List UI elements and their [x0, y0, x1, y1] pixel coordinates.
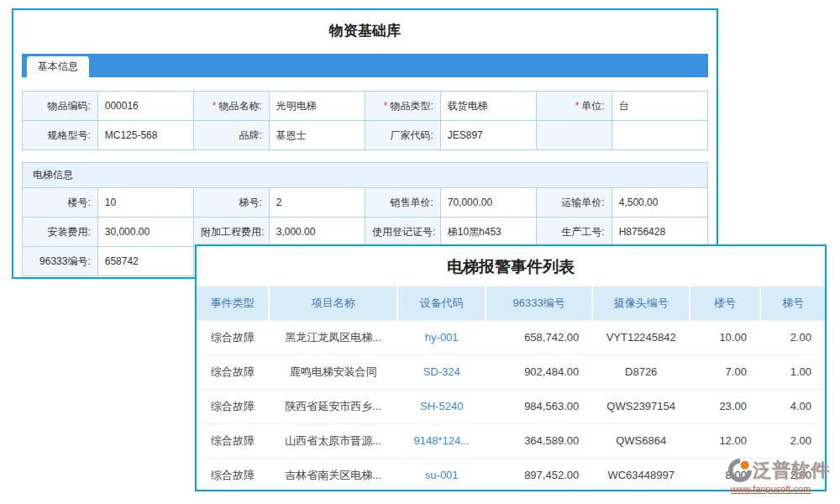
cell-project-name: 黑龙江龙凤区电梯...: [269, 320, 397, 354]
form-row: 楼号: 10 梯号: 2 销售单价: 70,000.00 运输单价: 4,500…: [23, 188, 708, 218]
cell-project-name: 山西省太原市晋源...: [269, 423, 397, 458]
field-value[interactable]: 000016: [97, 92, 193, 121]
field-label-text: 厂家代码:: [390, 129, 433, 141]
table-row[interactable]: 综合故障 黑龙江龙凤区电梯... hy-001 658,742.00 VYT12…: [197, 320, 825, 354]
field-label: 销售单价:: [365, 188, 440, 218]
table-row[interactable]: 综合故障 山西省太原市晋源... 9148*124... 364,589.00 …: [197, 423, 825, 458]
tab-bar: 基本信息: [22, 54, 708, 77]
field-label-text: 物品编码:: [47, 100, 90, 112]
device-code-link[interactable]: SD-324: [397, 354, 486, 389]
field-label: 安装费用:: [23, 218, 98, 247]
section-header-elevator-info: 电梯信息: [22, 162, 708, 187]
cell-event-type: 综合故障: [197, 354, 269, 389]
field-label: 生产工号:: [536, 218, 612, 247]
field-value[interactable]: MC125-568: [97, 121, 193, 150]
column-header-elevator-number[interactable]: 梯号: [760, 286, 825, 320]
vendor-brand-row: 泛普软件: [727, 458, 840, 483]
cell-project-name: 陕西省延安市西乡...: [269, 389, 397, 423]
device-code-link[interactable]: SH-5240: [397, 389, 486, 423]
vendor-brand-text: 泛普软件: [753, 461, 830, 480]
field-label: 厂家代码:: [365, 121, 440, 150]
field-label-text: 运输单价:: [561, 197, 604, 208]
field-value[interactable]: 658742: [97, 247, 193, 276]
field-label-text: 楼号:: [67, 197, 90, 208]
device-code-link[interactable]: hy-001: [397, 320, 486, 354]
material-base-window: 物资基础库 基本信息 物品编码: 000016 *物品名称: 光明电梯 *物品类…: [12, 8, 718, 279]
field-label-text: 品牌:: [239, 129, 261, 141]
device-code-link[interactable]: 9148*124...: [397, 423, 486, 458]
field-label: 附加工程费用:: [193, 218, 269, 247]
cell-96333-number: 897,452.00: [486, 458, 592, 491]
column-header-event-type[interactable]: 事件类型: [197, 286, 269, 320]
column-header-building-number[interactable]: 楼号: [690, 286, 760, 320]
required-marker: *: [384, 100, 388, 112]
field-value[interactable]: 光明电梯: [269, 92, 365, 121]
field-label-text: 使用登记证号:: [372, 226, 435, 238]
basic-info-form: 物品编码: 000016 *物品名称: 光明电梯 *物品类型: 载货电梯 *单位…: [22, 91, 708, 150]
field-label-text: 规格型号:: [47, 129, 90, 141]
tab-basic-info[interactable]: 基本信息: [27, 56, 89, 77]
field-label: 梯号:: [193, 188, 269, 218]
cell-event-type: 综合故障: [197, 423, 269, 458]
table-row[interactable]: 综合故障 鹿鸣电梯安装合同 SD-324 902,484.00 D8726 7.…: [197, 354, 825, 389]
field-value[interactable]: H8756428: [612, 218, 707, 247]
form-row: 安装费用: 30,000.00 附加工程费用: 3,000.00 使用登记证号:…: [23, 218, 708, 247]
field-label: [536, 121, 612, 150]
column-header-camera-number[interactable]: 摄像头编号: [592, 286, 690, 320]
field-value[interactable]: JES897: [440, 121, 536, 150]
field-label: 物品编码:: [23, 92, 98, 121]
field-value[interactable]: 3,000.00: [269, 218, 365, 247]
field-value[interactable]: 70,000.00: [440, 188, 536, 218]
field-label: 使用登记证号:: [365, 218, 440, 247]
field-label: *物品名称:: [193, 92, 269, 121]
table-row[interactable]: 综合故障 陕西省延安市西乡... SH-5240 984,563.00 QWS2…: [197, 389, 825, 423]
field-label: 规格型号:: [23, 121, 98, 150]
field-label-text: 附加工程费用:: [201, 226, 264, 238]
cell-project-name: 鹿鸣电梯安装合同: [269, 354, 397, 389]
field-value[interactable]: 基恩士: [269, 121, 365, 150]
field-label: 96333编号:: [23, 247, 98, 276]
field-label: 运输单价:: [536, 188, 612, 218]
field-value[interactable]: 10: [97, 188, 193, 218]
cell-camera-number: QWS6864: [592, 423, 690, 458]
cell-building-number: 23.00: [690, 389, 760, 423]
field-label: 楼号:: [23, 188, 98, 218]
cell-camera-number: QWS2397154: [592, 389, 690, 423]
field-value[interactable]: 2: [269, 188, 365, 218]
cell-event-type: 综合故障: [197, 389, 269, 423]
field-value[interactable]: 梯10黑h453: [440, 218, 536, 247]
vendor-watermark: 泛普软件 www.fanpusoft.com: [727, 458, 840, 494]
field-label-text: 梯号:: [239, 197, 261, 208]
fanpu-logo-icon: [727, 458, 753, 483]
field-label-text: 安装费用:: [47, 226, 90, 238]
cell-elevator-number: 2.00: [760, 320, 825, 354]
cell-building-number: 10.00: [690, 320, 760, 354]
cell-elevator-number: 4.00: [760, 389, 825, 423]
device-code-link[interactable]: su-001: [397, 458, 486, 491]
field-label: 品牌:: [193, 121, 269, 150]
required-marker: *: [213, 100, 217, 112]
field-label: *单位:: [536, 92, 612, 121]
column-header-96333-number[interactable]: 96333编号: [486, 286, 592, 320]
cell-event-type: 综合故障: [197, 320, 269, 354]
cell-event-type: 综合故障: [197, 458, 269, 491]
cell-camera-number: D8726: [592, 354, 690, 389]
field-label: *物品类型:: [365, 92, 440, 121]
field-label-text: 物品名称:: [218, 100, 261, 112]
field-value[interactable]: 载货电梯: [440, 92, 536, 121]
field-value[interactable]: 4,500.00: [612, 188, 707, 218]
column-header-device-code[interactable]: 设备代码: [397, 286, 486, 320]
cell-camera-number: VYT12245842: [592, 320, 690, 354]
field-label-text: 物品类型:: [390, 100, 433, 112]
field-label-text: 销售单价:: [390, 197, 433, 208]
field-label-text: 生产工号:: [561, 226, 604, 238]
form-row: 物品编码: 000016 *物品名称: 光明电梯 *物品类型: 载货电梯 *单位…: [23, 92, 708, 121]
field-value[interactable]: 台: [612, 92, 707, 121]
form-row: 规格型号: MC125-568 品牌: 基恩士 厂家代码: JES897: [23, 121, 708, 150]
alarm-list-title: 电梯报警事件列表: [197, 246, 825, 286]
field-value[interactable]: 30,000.00: [97, 218, 193, 247]
column-header-project-name[interactable]: 项目名称: [269, 286, 397, 320]
page-title: 物资基础库: [13, 10, 717, 52]
field-value[interactable]: [612, 121, 707, 150]
required-marker: *: [575, 100, 580, 112]
